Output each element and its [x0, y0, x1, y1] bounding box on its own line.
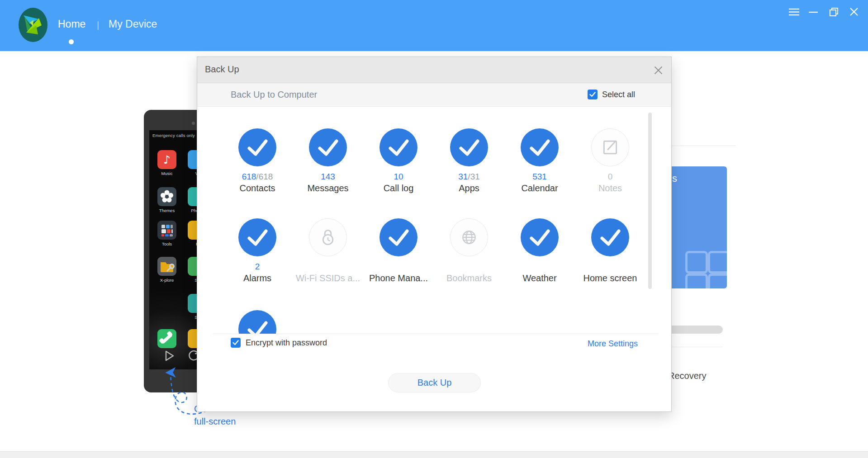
dialog-close-button[interactable] — [652, 64, 664, 76]
item-label: Bookmarks — [434, 273, 504, 283]
item-label: Home screen — [575, 273, 645, 283]
item-label: Phone Mana... — [363, 273, 434, 283]
apps-card-title-fragment: s — [672, 173, 677, 184]
backup-item-weather[interactable]: Weather — [504, 218, 575, 283]
tab-my-device[interactable]: My Device — [109, 17, 157, 31]
item-count: 143 — [293, 172, 363, 182]
app-grid-glyph — [708, 251, 727, 274]
fullscreen-hint-line2: full-screen — [194, 416, 236, 427]
check-icon — [238, 128, 276, 166]
more-settings-link[interactable]: More Settings — [588, 339, 638, 349]
item-count: 31/31 — [434, 172, 504, 182]
close-window-button[interactable] — [848, 6, 860, 17]
background-separator — [663, 347, 723, 347]
item-count — [434, 262, 504, 272]
tab-home[interactable]: Home — [58, 17, 85, 31]
item-label: Weather — [504, 273, 575, 283]
tab-separator: | — [97, 18, 99, 32]
close-icon — [850, 8, 858, 16]
app-window: Home | My Device Emergency calls only ♪M… — [0, 0, 868, 458]
app-logo-icon — [18, 7, 48, 42]
status-footer-bar — [0, 451, 868, 458]
item-count: 618/618 — [222, 172, 293, 182]
background-separator — [663, 146, 735, 146]
backup-item-bookmarks[interactable]: Bookmarks — [434, 218, 504, 283]
item-count — [504, 262, 575, 272]
minimize-button[interactable] — [807, 6, 819, 17]
recovery-feature-label[interactable]: Recovery — [668, 371, 706, 381]
phone-app-icon-music[interactable]: ♪ — [157, 150, 176, 169]
check-icon — [591, 218, 629, 256]
phone-app-icon-x-plore[interactable] — [157, 257, 176, 276]
check-icon — [238, 310, 276, 334]
lock-icon — [309, 218, 347, 256]
check-icon — [450, 128, 488, 166]
globe-icon — [450, 218, 488, 256]
restore-button[interactable] — [828, 6, 840, 17]
app-grid-glyph — [708, 274, 727, 288]
item-count — [363, 262, 434, 272]
phone-app-label: Tools — [151, 241, 183, 246]
encrypt-label: Encrypt with password — [246, 338, 327, 348]
encrypt-checkbox[interactable]: Encrypt with password — [231, 338, 327, 348]
backup-item-calendar[interactable]: 531Calendar — [504, 128, 575, 194]
item-label: Contacts — [222, 183, 293, 194]
item-label: Apps — [434, 183, 504, 194]
check-icon — [379, 128, 417, 166]
app-header: Home | My Device — [0, 0, 868, 51]
backup-item-notes[interactable]: 0Notes — [575, 128, 645, 194]
backup-item-call-log[interactable]: 10Call log — [363, 128, 434, 194]
checkbox-checked-icon — [231, 338, 241, 348]
select-all-label: Select all — [602, 90, 635, 99]
item-count: 531 — [504, 172, 575, 182]
backup-item-apps[interactable]: 31/31Apps — [434, 128, 504, 194]
phone-app-icon[interactable] — [157, 329, 176, 348]
check-icon — [521, 218, 559, 256]
app-grid-glyph — [685, 251, 708, 274]
phone-app-icon-themes[interactable] — [157, 187, 176, 206]
item-count: 2 — [222, 262, 293, 272]
app-grid-glyph — [685, 274, 708, 288]
item-label: Messages — [293, 183, 363, 194]
item-count: 10 — [363, 172, 434, 182]
phone-app-label: X-plore — [151, 278, 183, 283]
backup-dialog: Back Up Back Up to Computer Select all 6… — [197, 57, 672, 412]
dialog-divider — [213, 334, 659, 334]
checkbox-checked-icon — [588, 90, 598, 99]
check-icon — [521, 128, 559, 166]
backup-item-messages[interactable]: 143Messages — [293, 128, 363, 194]
compose-icon — [591, 128, 629, 166]
svg-text:♪: ♪ — [163, 153, 171, 166]
check-icon — [379, 218, 417, 256]
active-tab-indicator-dot — [69, 39, 74, 44]
dialog-subtitle: Back Up to Computer — [231, 90, 317, 100]
dialog-subheader: Back Up to Computer Select all — [197, 83, 671, 107]
phone-camera-dot — [192, 122, 195, 125]
backup-item-contacts[interactable]: 618/618Contacts — [222, 128, 293, 194]
phone-app-icon-tools[interactable] — [157, 221, 176, 240]
backup-items-grid: 618/618Contacts143Messages10Call log31/3… — [197, 107, 671, 334]
check-icon — [238, 218, 276, 256]
menu-button[interactable] — [788, 6, 800, 17]
phone-app-label: Themes — [151, 208, 183, 213]
minimize-icon — [809, 8, 818, 16]
backup-item-wi-fi-ssids-a[interactable]: Wi-Fi SSIDs a... — [293, 218, 363, 283]
item-count: 0 — [575, 172, 645, 182]
backup-button[interactable]: Back Up — [388, 373, 481, 392]
item-label: Alarms — [222, 273, 293, 283]
backup-item-partial[interactable] — [222, 310, 293, 334]
item-label: Notes — [575, 183, 645, 194]
item-count — [575, 262, 645, 272]
item-count — [293, 262, 363, 272]
dialog-titlebar: Back Up — [197, 57, 671, 83]
select-all-checkbox[interactable]: Select all — [588, 90, 635, 99]
item-label: Calendar — [504, 183, 575, 194]
scrollbar-thumb[interactable] — [648, 113, 652, 289]
backup-item-alarms[interactable]: 2Alarms — [222, 218, 293, 283]
phone-app-label: Music — [151, 171, 183, 176]
backup-item-home-screen[interactable]: Home screen — [575, 218, 645, 283]
check-icon — [309, 128, 347, 166]
backup-item-phone-mana[interactable]: Phone Mana... — [363, 218, 434, 283]
hamburger-icon — [789, 8, 799, 16]
phone-status-text: Emergency calls only — [152, 133, 195, 138]
